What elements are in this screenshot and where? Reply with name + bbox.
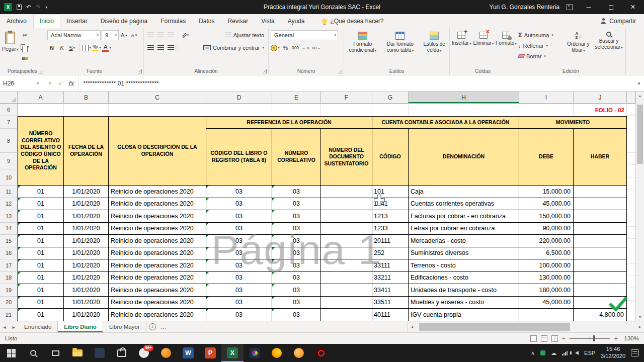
column-header-E[interactable]: E (272, 92, 321, 104)
row-header-6[interactable]: 6 (0, 104, 18, 116)
cell-H19[interactable]: Unidades de transporte - costo (409, 284, 519, 297)
cell-E16[interactable]: 03 (272, 247, 321, 260)
cell-C12[interactable]: Reinicio de operaciones 2020 (109, 198, 206, 211)
format-painter-button[interactable] (21, 53, 30, 63)
clipboard-dialog-launcher[interactable] (39, 69, 43, 73)
cell-B17[interactable]: 1/01/2020 (64, 259, 109, 272)
cut-button[interactable]: ✂ (21, 30, 30, 40)
paint-app-button[interactable] (288, 344, 310, 362)
cell-I12[interactable]: 45,000.00 (519, 198, 574, 211)
cell-D15[interactable]: 03 (206, 235, 272, 247)
cell-F12[interactable] (321, 198, 372, 211)
cell-D21[interactable]: 03 (206, 309, 272, 321)
cell-B14[interactable]: 1/01/2020 (64, 223, 109, 235)
header-referencia-group[interactable]: REFERENCIA DE LA OPERACIÓN (206, 116, 372, 129)
cell-A21[interactable]: 01 (18, 309, 64, 321)
formula-input[interactable]: ************** 01 ************** (79, 75, 634, 91)
cell-I15[interactable]: 220,000.00 (519, 235, 574, 247)
format-as-table-button[interactable]: Dar formato como tabla▾ (381, 30, 420, 67)
cancel-entry-button[interactable]: × (45, 80, 54, 87)
row-header-10[interactable]: 10 (0, 169, 18, 186)
cell-I17[interactable]: 100,000.00 (519, 259, 574, 272)
cell-I6[interactable] (519, 104, 574, 116)
number-dialog-launcher[interactable] (338, 69, 342, 73)
browser-button[interactable] (155, 344, 177, 362)
language-indicator[interactable]: ESP (584, 350, 595, 356)
header-numero-correlativo-ref[interactable]: NÚMERO CORRELATIVO (272, 129, 321, 186)
cell-J16[interactable] (574, 247, 627, 260)
format-cells-button[interactable]: Formato▾ (496, 30, 517, 67)
cell-B12[interactable]: 1/01/2020 (64, 198, 109, 211)
cell-A11[interactable]: 01 (18, 186, 64, 198)
column-header-C[interactable]: C (109, 92, 206, 104)
chat-app-button[interactable]: 99+ (133, 344, 155, 362)
zoom-slider[interactable] (570, 338, 610, 339)
font-name-select[interactable]: Arial Narrow▾ (47, 30, 101, 40)
name-box[interactable]: H26▾ (0, 75, 42, 91)
qat-customize-button[interactable]: ▾ (45, 5, 47, 10)
column-header-H[interactable]: H (409, 92, 519, 104)
font-color-button[interactable]: A▾ (102, 43, 111, 53)
row-header-13[interactable]: 13 (0, 210, 18, 223)
insert-cells-button[interactable]: Insertar▾ (452, 30, 471, 67)
tab-ayuda[interactable]: Ayuda (281, 14, 311, 28)
header-movimiento-group[interactable]: MOVIMIENTO (519, 116, 627, 129)
cell-C18[interactable]: Reinicio de operaciones 2020 (109, 272, 206, 285)
row-header-15[interactable]: 15 (0, 235, 18, 247)
cell-C14[interactable]: Reinicio de operaciones 2020 (109, 223, 206, 235)
cell-I11[interactable]: 15,000.00 (519, 186, 574, 198)
cell-B18[interactable]: 1/01/2020 (64, 272, 109, 285)
cell-C20[interactable]: Reinicio de operaciones 2020 (109, 297, 206, 309)
cell-B16[interactable]: 1/01/2020 (64, 247, 109, 260)
tell-me-search[interactable]: ¿Qué desea hacer? (322, 14, 383, 28)
sheet-nav-left[interactable]: ◂ (0, 321, 9, 332)
cell-C16[interactable]: Reinicio de operaciones 2020 (109, 247, 206, 260)
font-size-select[interactable]: 9▾ (102, 30, 119, 40)
cell-E13[interactable]: 03 (272, 210, 321, 223)
cell-D13[interactable]: 03 (206, 210, 272, 223)
action-center-button[interactable] (631, 349, 639, 356)
onedrive-icon[interactable]: ☁ (551, 350, 556, 356)
orientation-button[interactable]: ab▾ (181, 30, 190, 40)
powerpoint-button[interactable]: P (199, 344, 221, 362)
cell-G6[interactable] (372, 104, 409, 116)
cell-H18[interactable]: Edificaciones - costo (409, 272, 519, 285)
column-header-F[interactable]: F (321, 92, 372, 104)
scroll-right-arrow[interactable]: ▸ (636, 324, 644, 329)
start-button[interactable] (0, 344, 22, 362)
cell-J11[interactable] (574, 186, 627, 198)
cell-J19[interactable] (574, 284, 627, 297)
photos-app-button[interactable] (244, 344, 266, 362)
sheet-tab-libro-mayor[interactable]: Libro Mayor (103, 321, 146, 332)
cell-B20[interactable]: 1/01/2020 (64, 297, 109, 309)
grow-font-button[interactable]: A▲ (120, 30, 129, 40)
header-cuenta-group[interactable]: CUENTA CONTABLE ASOCIADA A LA OPERACIÓN (372, 116, 519, 129)
network-icon[interactable] (562, 350, 568, 355)
cell-J17[interactable] (574, 259, 627, 272)
cell-J13[interactable] (574, 210, 627, 223)
account-name[interactable]: Yuri G. Gonzales Renteria (490, 4, 559, 11)
cell-F11[interactable] (321, 186, 372, 198)
align-middle-button[interactable] (156, 30, 165, 40)
cell-J15[interactable] (574, 235, 627, 247)
cell-H16[interactable]: Suministros diversos (409, 247, 519, 260)
cell-A15[interactable]: 01 (18, 235, 64, 247)
cell-E18[interactable]: 03 (272, 272, 321, 285)
autosum-button[interactable]: ΣAutosuma▾ (518, 30, 562, 40)
share-button[interactable]: Compartir (600, 14, 644, 28)
row-header-21[interactable]: 21 (0, 309, 18, 321)
undo-button[interactable]: ↶ (26, 4, 31, 11)
new-sheet-button[interactable]: + (146, 321, 158, 332)
number-format-select[interactable]: General▾ (271, 30, 338, 40)
cell-G18[interactable]: 33211 (372, 272, 409, 285)
font-dialog-launcher[interactable] (138, 69, 142, 73)
cell-D20[interactable]: 03 (206, 297, 272, 309)
row-header-7[interactable]: 7 (0, 116, 18, 129)
clear-button[interactable]: Borrar▾ (518, 51, 562, 61)
column-header-B[interactable]: B (64, 92, 109, 104)
tab-insertar[interactable]: Insertar (60, 14, 94, 28)
accounting-format-button[interactable]: $▾ (271, 43, 280, 53)
paste-button[interactable]: Pegar▾ (2, 30, 19, 67)
cell-H17[interactable]: Terrenos - costo (409, 259, 519, 272)
cell-A19[interactable]: 01 (18, 284, 64, 297)
